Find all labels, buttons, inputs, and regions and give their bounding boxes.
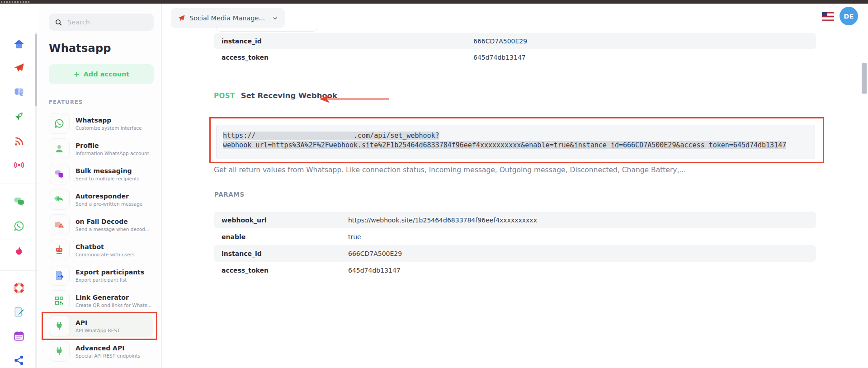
brain-icon[interactable] <box>13 86 25 98</box>
paper-plane-icon[interactable] <box>13 62 25 74</box>
feature-subtitle: Send a message when decod... <box>75 226 150 232</box>
window-top-strip-dashes <box>1 1 31 3</box>
param-key: access_token <box>214 54 473 61</box>
red-arrow-annotation <box>318 94 390 104</box>
param-key: instance_id <box>214 38 473 45</box>
feature-subtitle: Send to multiple recipients <box>75 176 139 181</box>
workspace-selector[interactable]: Social Media Manage... <box>171 8 285 28</box>
table-row: access_token 645d74db13147 <box>214 49 816 66</box>
rail-divider <box>0 184 38 184</box>
code-line1-suffix: .com/api/set_webhook? <box>354 132 439 140</box>
window-top-strip <box>0 0 868 4</box>
avatar[interactable]: DE <box>840 7 858 25</box>
sidebar-item-on-fail-decode[interactable]: on Fail Decode Send a message when decod… <box>49 213 153 236</box>
plus-icon <box>73 71 80 78</box>
broadcast-icon[interactable] <box>13 159 25 171</box>
table-row: enable true <box>214 228 816 245</box>
table-row: instance_id 666CD7A500E29 <box>214 245 816 262</box>
page-title: Whatsapp <box>49 42 153 55</box>
chatbot-icon <box>49 240 70 260</box>
page-scrollbar-thumb[interactable] <box>862 63 867 94</box>
export-participants-icon <box>49 265 70 286</box>
param-key: instance_id <box>214 250 348 257</box>
feature-subtitle: Export participant list <box>75 277 144 283</box>
request-url-code-block[interactable]: https:// .com/api/set_webhook? webhook_u… <box>216 125 815 159</box>
param-key: access_token <box>214 267 348 274</box>
search-input[interactable] <box>67 19 148 26</box>
whatsapp-icon <box>49 113 70 134</box>
code-line1-redacted <box>255 132 354 140</box>
table-row: instance_id 666CD7A500E29 <box>214 33 816 49</box>
http-method-badge: POST <box>214 92 235 100</box>
workspace-label: Social Media Manage... <box>189 14 268 22</box>
feature-subtitle: Special API REST endpoints <box>75 353 141 359</box>
feature-title: Profile <box>75 142 149 150</box>
param-value: 666CD7A500E29 <box>473 38 527 45</box>
rail-divider <box>0 270 38 271</box>
whatsapp-rail-icon[interactable] <box>13 220 25 232</box>
sidebar-item-autoresponder[interactable]: Autoresponder Send a pre-written message <box>49 188 153 211</box>
param-value: 645d74db13147 <box>348 267 401 274</box>
params-table: webhook_url https://webhook.site/1b25464… <box>214 212 816 278</box>
feature-title: Whatsapp <box>75 117 142 124</box>
scrolled-element-fragment <box>216 26 317 32</box>
endpoint-description: Get all return values from Whatsapp. Lik… <box>214 166 824 174</box>
sidebar-item-link-generator[interactable]: Link Generator Create QR ond links for W… <box>49 289 153 312</box>
app-icon-rail <box>0 4 38 368</box>
param-key: webhook_url <box>214 217 348 224</box>
sidebar-item-whatsapp[interactable]: Whatsapp Customize system interface <box>49 112 153 135</box>
rocket-icon[interactable] <box>13 110 25 122</box>
add-account-label: Add account <box>84 71 130 78</box>
param-value: 645d74db13147 <box>473 54 526 61</box>
rail-scrollbar-thumb[interactable] <box>35 34 37 106</box>
param-value: true <box>348 233 361 241</box>
table-row: webhook_url https://webhook.site/1b25464… <box>214 212 816 228</box>
feature-title: Chatbot <box>75 243 135 251</box>
note-edit-icon[interactable] <box>13 306 25 318</box>
paper-plane-icon <box>177 14 185 22</box>
profile-icon <box>49 138 70 159</box>
features-list: Whatsapp Customize system interface Prof… <box>49 112 153 363</box>
advanced-api-plug-icon <box>49 341 70 362</box>
features-heading: FEATURES <box>49 99 153 105</box>
sidebar-item-bulk-messaging[interactable]: Bulk messaging Send to multiple recipien… <box>49 163 153 185</box>
feature-subtitle: Send a pre-written message <box>75 201 142 207</box>
api-plug-icon <box>49 316 70 336</box>
bulk-messaging-icon <box>49 164 70 184</box>
chat-bubbles-icon[interactable] <box>13 195 25 207</box>
link-generator-icon <box>49 290 70 311</box>
rss-icon[interactable] <box>13 136 25 147</box>
param-value: https://webhook.site/1b25464d6833784f96e… <box>348 217 537 224</box>
fail-decode-icon <box>49 214 70 235</box>
sidebar-item-chatbot[interactable]: Chatbot Communicate with users <box>49 239 153 261</box>
sidebar: Whatsapp Add account FEATURES Whatsapp C… <box>38 4 162 368</box>
language-flag-us[interactable] <box>822 12 834 21</box>
feature-subtitle: Information WhatsApp account <box>75 151 149 156</box>
sidebar-item-api[interactable]: API API WhatApp REST <box>49 315 153 337</box>
search-box[interactable] <box>49 14 154 31</box>
feature-title: on Fail Decode <box>75 218 150 226</box>
rail-divider <box>0 240 38 240</box>
flag-canton <box>822 12 827 16</box>
code-line2: webhook_url=https%3A%2F%2Fwebhook.site%2… <box>223 141 786 149</box>
calendar-icon[interactable] <box>13 330 25 342</box>
add-account-button[interactable]: Add account <box>49 64 154 84</box>
home-icon[interactable] <box>13 38 25 50</box>
table-row: access_token 645d74db13147 <box>214 262 816 278</box>
sidebar-item-profile[interactable]: Profile Information WhatsApp account <box>49 137 153 160</box>
search-icon <box>55 19 62 26</box>
sidebar-item-export-participants[interactable]: Export participants Export participant l… <box>49 264 153 287</box>
autoresponder-icon <box>49 189 70 210</box>
feature-title: Link Generator <box>75 294 151 302</box>
main-content: Social Media Manage... DE instance_id 66… <box>163 4 868 368</box>
flame-icon[interactable] <box>13 246 25 258</box>
credentials-table: instance_id 666CD7A500E29 access_token 6… <box>214 33 816 66</box>
feature-title: Bulk messaging <box>75 167 139 175</box>
feature-subtitle: API WhatApp REST <box>75 328 120 333</box>
code-line1-prefix: https:// <box>223 132 255 140</box>
sidebar-item-advanced-api[interactable]: Advanced API Special API REST endpoints <box>49 340 153 363</box>
lifebuoy-icon[interactable] <box>13 282 25 294</box>
feature-subtitle: Create QR ond links for Whats... <box>75 302 151 308</box>
share-icon[interactable] <box>13 354 25 366</box>
feature-title: Autoresponder <box>75 193 142 200</box>
